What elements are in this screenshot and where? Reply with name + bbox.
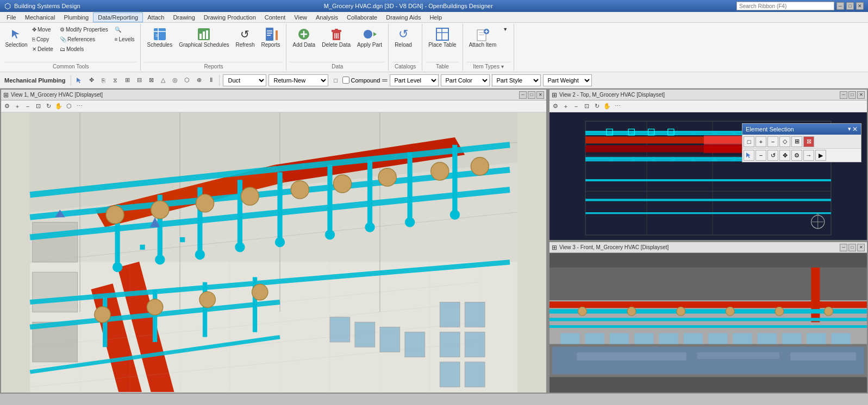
- toolbar-icon8[interactable]: ◎: [170, 75, 180, 85]
- es-sub-btn[interactable]: −: [767, 136, 778, 147]
- toolbar-icon2[interactable]: ⎘: [98, 75, 108, 85]
- menu-plumbing[interactable]: Plumbing: [59, 13, 93, 22]
- schedules-button[interactable]: S Schedules: [144, 25, 175, 49]
- menu-view[interactable]: View: [290, 13, 311, 22]
- v2-pan-btn[interactable]: ✋: [602, 102, 612, 111]
- part-color-select[interactable]: Part Color: [441, 74, 490, 86]
- es-cursor-btn[interactable]: [744, 150, 754, 161]
- item-types-expand-icon[interactable]: ▾: [501, 64, 504, 69]
- es-rotate-btn[interactable]: ↺: [767, 150, 778, 161]
- move-button[interactable]: ✥ Move: [29, 25, 56, 34]
- place-table-button[interactable]: Place Table: [426, 25, 459, 49]
- toolbar-icon7[interactable]: △: [158, 75, 168, 85]
- toolbar-icon11[interactable]: Ⅱ: [206, 75, 216, 85]
- ribbon-search[interactable]: [736, 2, 834, 10]
- toolbar-icon9[interactable]: ⬡: [182, 75, 192, 85]
- view1-viewport[interactable]: [1, 112, 546, 392]
- view2-viewport[interactable]: Element Selection ▾ ✕ □ + − ◇ ⊞ ⊠: [549, 112, 867, 239]
- part-type-select[interactable]: Duct: [223, 74, 266, 86]
- selection-button[interactable]: Selection: [4, 25, 28, 49]
- toolbar-icon3[interactable]: ⧖: [110, 75, 120, 85]
- toolbar-icon4[interactable]: ⊞: [122, 75, 132, 85]
- view3-close-btn[interactable]: ✕: [857, 244, 865, 251]
- menu-attach[interactable]: Attach: [143, 13, 168, 22]
- toolbar-icon10[interactable]: ⊕: [194, 75, 204, 85]
- v2-fit-btn[interactable]: ⊡: [582, 102, 591, 111]
- square-btn[interactable]: □: [330, 75, 340, 85]
- item-types-more-button[interactable]: ▼: [500, 25, 510, 34]
- v1-zoom-out-btn[interactable]: −: [23, 102, 33, 111]
- view3-maximize-btn[interactable]: □: [848, 244, 856, 251]
- zoom-button[interactable]: 🔍: [112, 25, 138, 34]
- reload-button[interactable]: ↺ Reload: [392, 25, 415, 49]
- es-expand-btn[interactable]: ▾: [848, 125, 851, 133]
- copy-button[interactable]: ⎘ Copy: [29, 35, 56, 44]
- view2-maximize-btn[interactable]: □: [848, 91, 856, 99]
- v2-more-btn[interactable]: ⋯: [613, 102, 622, 111]
- toolbar-icon1[interactable]: ✥: [86, 75, 96, 85]
- es-diamond-btn[interactable]: ◇: [779, 136, 790, 147]
- view3-viewport[interactable]: [549, 253, 867, 391]
- part-style-select[interactable]: Part Style: [492, 74, 541, 86]
- compound-checkbox[interactable]: [342, 77, 349, 84]
- modify-properties-button[interactable]: ⚙ Modify Properties: [57, 25, 111, 34]
- return-new-select[interactable]: Return-New: [268, 74, 328, 86]
- reports-button[interactable]: Reports: [258, 25, 283, 49]
- part-weight-select[interactable]: Part Weight: [543, 74, 592, 86]
- models-button[interactable]: 🗂 Models: [57, 45, 111, 54]
- v2-rotate-btn[interactable]: ↻: [592, 102, 602, 111]
- refresh-button[interactable]: ↺ Refresh: [233, 25, 257, 49]
- apply-part-button[interactable]: Apply Part: [354, 25, 385, 49]
- delete-button[interactable]: ✕ Delete: [29, 45, 56, 54]
- toolbar-icon6[interactable]: ⊠: [146, 75, 156, 85]
- es-arrow-btn[interactable]: →: [803, 150, 814, 161]
- v1-zoom-in-btn[interactable]: +: [13, 102, 22, 111]
- menu-drawing[interactable]: Drawing: [168, 13, 199, 22]
- v1-settings-btn[interactable]: ⚙: [2, 102, 12, 111]
- toolbar-select-icon[interactable]: [74, 75, 84, 85]
- v1-more-btn[interactable]: ⋯: [74, 102, 84, 111]
- es-close-btn[interactable]: ✕: [852, 125, 858, 133]
- view2-minimize-btn[interactable]: ─: [840, 91, 847, 99]
- app-maximize-btn[interactable]: □: [846, 2, 854, 10]
- v1-fit-btn[interactable]: ⊡: [33, 102, 43, 111]
- app-minimize-btn[interactable]: ─: [836, 2, 844, 10]
- view2-close-btn[interactable]: ✕: [857, 91, 865, 99]
- v2-settings-btn[interactable]: ⚙: [551, 102, 560, 111]
- es-rect-btn[interactable]: □: [744, 136, 754, 147]
- menu-drawing-production[interactable]: Drawing Production: [199, 13, 260, 22]
- menu-content[interactable]: Content: [260, 13, 290, 22]
- menu-drawing-aids[interactable]: Drawing Aids: [382, 13, 425, 22]
- es-settings-btn[interactable]: ⚙: [791, 150, 802, 161]
- view1-maximize-btn[interactable]: □: [528, 91, 535, 99]
- levels-button[interactable]: ≡ Levels: [112, 35, 138, 44]
- es-move-btn[interactable]: ✥: [779, 150, 790, 161]
- app-icon[interactable]: ⬡: [4, 2, 11, 10]
- es-expand-right-btn[interactable]: ▶: [815, 150, 826, 161]
- attach-item-button[interactable]: Attach Item: [466, 25, 499, 49]
- es-minus-btn[interactable]: −: [755, 150, 766, 161]
- es-x-btn[interactable]: ⊠: [803, 136, 814, 147]
- app-close-btn[interactable]: ✕: [856, 2, 864, 10]
- view1-minimize-btn[interactable]: ─: [519, 91, 527, 99]
- menu-analysis[interactable]: Analysis: [311, 13, 342, 22]
- v1-pan-btn[interactable]: ✋: [54, 102, 64, 111]
- part-level-select[interactable]: Part Level: [390, 74, 439, 86]
- menu-data-reporting[interactable]: Data/Reporting: [93, 12, 143, 22]
- graphical-schedules-button[interactable]: Graphical Schedules: [176, 25, 232, 49]
- v1-rotate-btn[interactable]: ↻: [43, 102, 53, 111]
- menu-help[interactable]: Help: [425, 13, 446, 22]
- v2-zoom-out-btn[interactable]: −: [571, 102, 581, 111]
- menu-mechanical[interactable]: Mechanical: [21, 13, 60, 22]
- menu-collaborate[interactable]: Collaborate: [342, 13, 382, 22]
- add-data-button[interactable]: Add Data: [290, 25, 318, 49]
- menu-file[interactable]: File: [2, 13, 21, 22]
- view1-close-btn[interactable]: ✕: [536, 91, 544, 99]
- view3-minimize-btn[interactable]: ─: [840, 244, 847, 251]
- es-grid-btn[interactable]: ⊞: [791, 136, 802, 147]
- references-button[interactable]: 📎 References: [57, 35, 111, 44]
- v2-zoom-in-btn[interactable]: +: [561, 102, 571, 111]
- delete-data-button[interactable]: Delete Data: [319, 25, 353, 49]
- v1-view3d-btn[interactable]: ⬡: [64, 102, 74, 111]
- toolbar-icon5[interactable]: ⊟: [134, 75, 144, 85]
